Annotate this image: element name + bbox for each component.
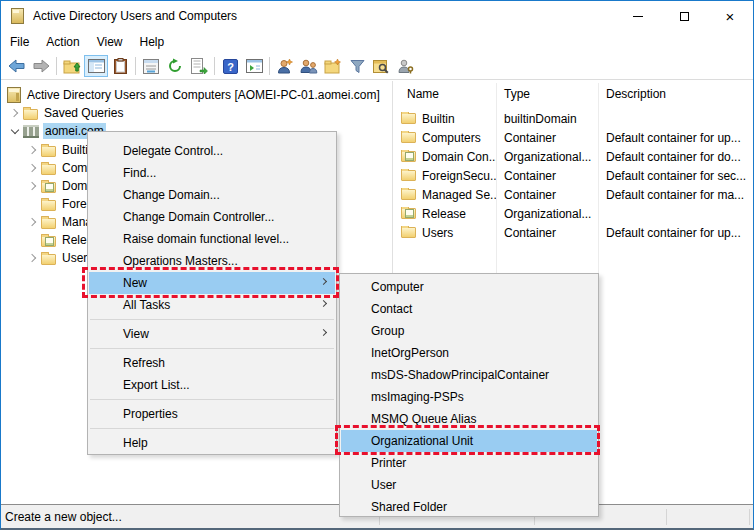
tree-item-label: Saved Queries <box>42 105 125 121</box>
new-user-button[interactable] <box>273 55 297 77</box>
column-header-type[interactable]: Type <box>496 87 598 101</box>
list-row-builtin[interactable]: Builtin builtinDomain <box>393 109 753 128</box>
cell-description: Default container for ma... <box>606 188 744 202</box>
menu-item-raise-domain-functional-level[interactable]: Raise domain functional level... <box>89 228 335 250</box>
aduc-window: Active Directory Users and Computers × F… <box>0 0 754 530</box>
up-one-level-icon <box>63 58 81 74</box>
maximize-button[interactable] <box>661 1 707 31</box>
folder-icon <box>23 109 38 120</box>
folder-icon <box>401 227 416 238</box>
ou-folder-icon <box>41 236 56 247</box>
submenu-item-msmq-queue-alias[interactable]: MSMQ Queue Alias <box>341 408 597 430</box>
list-row-computers[interactable]: Computers Container Default container fo… <box>393 128 753 147</box>
export-list-button[interactable] <box>187 55 211 77</box>
report-window-icon <box>246 59 263 73</box>
toolbar-separator <box>135 57 136 75</box>
list-row-foreignsecurityprincipals[interactable]: ForeignSecu... Container Default contain… <box>393 166 753 185</box>
back-button[interactable] <box>5 55 29 77</box>
filter-button[interactable] <box>345 55 369 77</box>
refresh-button[interactable] <box>163 55 187 77</box>
clipboard-button[interactable] <box>108 55 132 77</box>
submenu-item-shared-folder[interactable]: Shared Folder <box>341 496 597 518</box>
menu-item-export-list[interactable]: Export List... <box>89 374 335 396</box>
chevron-right-icon[interactable] <box>27 162 39 174</box>
chevron-right-icon[interactable] <box>27 216 39 228</box>
menu-item-all-tasks[interactable]: All Tasks <box>89 294 335 316</box>
chevron-down-icon[interactable] <box>9 125 21 137</box>
report-window-button[interactable] <box>242 55 266 77</box>
submenu-item-msimaging-psps[interactable]: msImaging-PSPs <box>341 386 597 408</box>
chevron-right-icon[interactable] <box>27 180 39 192</box>
submenu-item-inetorgperson[interactable]: InetOrgPerson <box>341 342 597 364</box>
list-row-release[interactable]: Release Organizational... <box>393 204 753 223</box>
up-one-level-button[interactable] <box>60 55 84 77</box>
folder-icon <box>41 146 56 157</box>
tree-root-label: Active Directory Users and Computers [AO… <box>25 87 382 103</box>
submenu-item-msds-shadowprincipalcontainer[interactable]: msDS-ShadowPrincipalContainer <box>341 364 597 386</box>
menu-item-operations-masters[interactable]: Operations Masters... <box>89 250 335 272</box>
refresh-icon <box>167 58 183 74</box>
new-ou-icon <box>324 58 342 74</box>
find-icon <box>373 59 389 74</box>
menu-item-view[interactable]: View <box>89 323 335 345</box>
submenu-item-contact[interactable]: Contact <box>341 298 597 320</box>
status-divider <box>666 509 667 525</box>
close-button[interactable]: × <box>707 1 753 31</box>
new-group-icon <box>300 58 318 74</box>
tree-item-saved-queries[interactable]: Saved Queries <box>9 104 125 122</box>
menu-separator <box>90 319 334 320</box>
show-console-tree-button[interactable] <box>84 55 108 77</box>
menu-item-help[interactable]: Help <box>89 432 335 454</box>
column-header-name[interactable]: Name <box>393 87 496 101</box>
menu-item-change-domain-controller[interactable]: Change Domain Controller... <box>89 206 335 228</box>
forward-button[interactable] <box>29 55 53 77</box>
menu-item-refresh[interactable]: Refresh <box>89 352 335 374</box>
ou-folder-icon <box>41 182 56 193</box>
list-row-domain-controllers[interactable]: Domain Con... Organizational... Default … <box>393 147 753 166</box>
help-button[interactable]: ? <box>218 55 242 77</box>
submenu-item-user[interactable]: User <box>341 474 597 496</box>
menu-bar: File Action View Help <box>1 31 753 53</box>
export-list-icon <box>191 58 208 74</box>
submenu-item-computer[interactable]: Computer <box>341 276 597 298</box>
cell-type: Container <box>504 169 556 183</box>
title-bar: Active Directory Users and Computers × <box>1 1 753 31</box>
menu-help[interactable]: Help <box>132 33 173 51</box>
folder-icon <box>401 132 416 143</box>
tree-item-users[interactable]: Users <box>27 249 95 267</box>
chevron-none <box>27 198 39 210</box>
column-header-description[interactable]: Description <box>598 87 666 101</box>
new-ou-button[interactable] <box>321 55 345 77</box>
cell-name: ForeignSecu... <box>422 169 496 183</box>
svg-text:?: ? <box>227 60 234 72</box>
menu-action[interactable]: Action <box>38 33 87 51</box>
menu-item-properties[interactable]: Properties <box>89 403 335 425</box>
delegation-button[interactable] <box>393 55 417 77</box>
menu-item-new[interactable]: New <box>89 272 335 294</box>
properties-button[interactable] <box>139 55 163 77</box>
chevron-right-icon[interactable] <box>27 252 39 264</box>
cell-name: Managed Se... <box>422 188 496 202</box>
submenu-item-printer[interactable]: Printer <box>341 452 597 474</box>
menu-view[interactable]: View <box>89 33 131 51</box>
chevron-right-icon[interactable] <box>9 107 21 119</box>
menu-item-delegate-control[interactable]: Delegate Control... <box>89 140 335 162</box>
cell-name: Users <box>422 226 453 240</box>
find-button[interactable] <box>369 55 393 77</box>
submenu-item-group[interactable]: Group <box>341 320 597 342</box>
list-row-users[interactable]: Users Container Default container for up… <box>393 223 753 242</box>
cell-name: Release <box>422 207 466 221</box>
tree-root[interactable]: Active Directory Users and Computers [AO… <box>7 86 382 104</box>
help-icon: ? <box>223 59 238 74</box>
minimize-button[interactable] <box>615 1 661 31</box>
list-row-managed-service-accounts[interactable]: Managed Se... Container Default containe… <box>393 185 753 204</box>
menu-item-find[interactable]: Find... <box>89 162 335 184</box>
menu-item-change-domain[interactable]: Change Domain... <box>89 184 335 206</box>
back-icon <box>8 59 26 73</box>
status-divider <box>749 509 750 525</box>
new-group-button[interactable] <box>297 55 321 77</box>
menu-file[interactable]: File <box>2 33 37 51</box>
submenu-item-organizational-unit[interactable]: Organizational Unit <box>341 430 597 452</box>
new-user-icon <box>277 58 293 74</box>
chevron-right-icon[interactable] <box>27 144 39 156</box>
